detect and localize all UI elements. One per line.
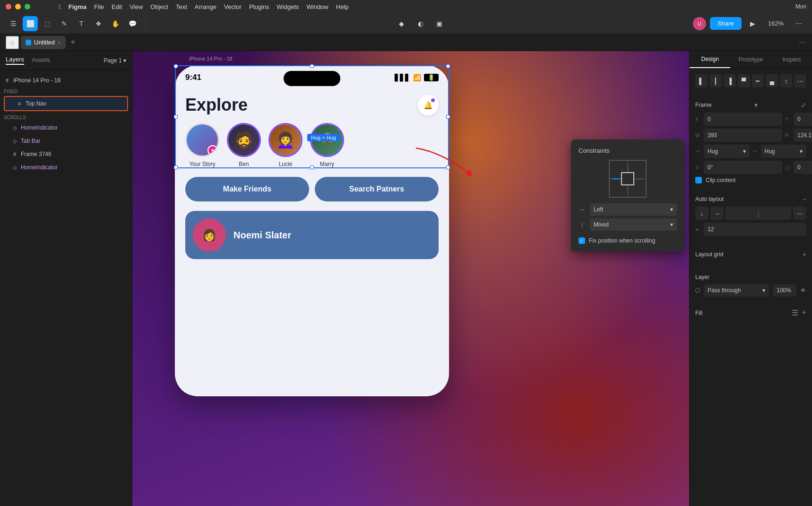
figma-menu[interactable]: Figma [69,3,86,10]
more-align-button[interactable]: ⋯ [794,74,806,87]
pencil-tool[interactable]: ✎ [57,16,72,31]
help-menu[interactable]: Help [336,3,349,10]
select-tool[interactable]: ⬜ [23,16,38,31]
plugins-menu[interactable]: Plugins [249,3,269,10]
corner-input[interactable] [794,161,812,174]
assets-icon[interactable]: ◆ [394,16,409,31]
notification-button[interactable]: 🔔 [418,95,439,115]
close-button[interactable] [6,4,11,9]
clip-content-checkbox[interactable] [695,177,702,183]
layer-home-indicator-1[interactable]: ◇ HomeIndicator [0,121,132,134]
scrolls-section-label: SCROLLS [0,114,132,121]
apple-menu[interactable]:  [59,3,61,10]
layers-tab[interactable]: Layers [6,56,24,65]
new-tab-button[interactable]: + [68,37,79,48]
home-button[interactable]: ⌂ [6,36,19,49]
auto-layout-direction-right[interactable]: → [710,207,724,220]
align-center-v-button[interactable]: ━ [752,74,764,87]
auto-layout-direction-down[interactable]: ↓ [695,207,708,220]
story-item-your-story[interactable]: + Your Story [185,123,219,167]
layer-tab-bar[interactable]: ◇ Tab Bar [0,134,132,148]
more-options-button[interactable]: ⋯ [791,16,806,31]
canvas-area[interactable]: iPhone 14 Pro - 18 9:41 ▋▋▋ 📶 🔋 Explore [132,51,689,506]
prototype-tab[interactable]: Prototype [730,51,771,68]
minimize-button[interactable] [15,4,21,9]
align-right-button[interactable]: ▐ [724,74,736,87]
layer-mode-dropdown[interactable]: Pass through ▾ [704,284,769,297]
frame-resize-icon[interactable]: ⤢ [801,101,806,109]
align-left-button[interactable]: ▌ [695,74,708,87]
story-item-ben[interactable]: 🧔 Ben [227,123,261,167]
component-tool[interactable]: ❖ [91,16,106,31]
fill-grid-icon[interactable]: ☰ [792,308,798,317]
tab-overflow-button[interactable]: ⋯ [799,38,806,47]
inspect-tab[interactable]: Inspect [771,51,812,68]
object-menu[interactable]: Object [150,3,168,10]
vertical-constraint-dropdown[interactable]: Mixed ▾ [590,218,677,231]
widgets-menu[interactable]: Widgets [277,3,299,10]
visibility-toggle[interactable]: 👁 [800,287,806,294]
w-input[interactable] [704,129,782,142]
zoom-level[interactable]: 162% [764,18,787,29]
arrange-menu[interactable]: Arrange [195,3,216,10]
maximize-button[interactable] [25,4,30,9]
fill-section: Fill ☰ + [690,303,812,323]
comment-tool[interactable]: 💬 [125,16,140,31]
auto-layout-minus[interactable]: − [803,195,806,203]
window-menu[interactable]: Window [307,3,328,10]
hug-y-dropdown[interactable]: Hug ▾ [761,145,807,158]
rotation-input[interactable] [704,161,782,174]
active-tab[interactable]: Untitled × [21,36,66,49]
frame-tool[interactable]: ⬚ [40,16,55,31]
fill-add-icon[interactable]: + [802,308,806,317]
profile-card[interactable]: 👩 Noemi Slater [185,211,439,259]
add-story-button[interactable]: + [207,145,218,156]
y-input[interactable] [794,113,812,126]
hug-x-dropdown[interactable]: Hug ▾ [704,145,750,158]
story-item-lucie[interactable]: 👩‍🦱 Lucie [268,123,302,167]
tab-close-button[interactable]: × [58,40,60,45]
move-tool[interactable]: ☰ [6,16,21,31]
file-menu[interactable]: File [94,3,104,10]
play-button[interactable]: ▶ [745,16,760,31]
page-selector[interactable]: Page 1 ▾ [104,57,126,64]
vector-menu[interactable]: Vector [224,3,242,10]
align-bottom-button[interactable]: ▄ [766,74,778,87]
edit-menu[interactable]: Edit [112,3,122,10]
panel-header: Layers Assets Page 1 ▾ [0,51,132,70]
constraint-top-line-inner [627,164,628,171]
layer-top-nav[interactable]: ≡ Top Nav [5,97,127,110]
distribute-button[interactable]: ↕ [780,74,792,87]
fix-position-checkbox[interactable]: ✓ [579,237,585,244]
text-menu[interactable]: Text [176,3,187,10]
layout-icon[interactable]: ▣ [432,16,447,31]
assets-tab[interactable]: Assets [32,56,50,64]
align-center-h-button[interactable]: ┃ [709,74,722,87]
user-avatar[interactable]: U [693,17,706,30]
spacing-input[interactable] [704,223,806,236]
layer-iphone-frame[interactable]: # iPhone 14 Pro - 18 [0,74,132,87]
layer-home-indicator-2[interactable]: ◇ HomeIndicator [0,161,132,174]
share-button[interactable]: Share [710,17,742,30]
layer-top-nav-selected[interactable]: ≡ Top Nav [4,96,128,111]
auto-layout-more[interactable]: ⋯ [793,207,806,220]
text-tool[interactable]: T [74,16,89,31]
align-top-button[interactable]: ▀ [738,74,750,87]
frame-dropdown-icon[interactable]: ▾ [754,101,758,109]
vertical-constraint-icon: ↕ [579,221,586,228]
design-tab[interactable]: Design [690,51,730,68]
layout-grid-add[interactable]: + [803,251,806,258]
story-item-marry[interactable]: 🌳 Marry [310,123,344,167]
horizontal-constraint-dropdown[interactable]: Left ▾ [590,203,677,216]
auto-layout-align-center[interactable]: ⋮ [726,207,791,220]
constraint-bottom-line-inner [627,186,628,194]
h-input[interactable] [794,129,812,142]
make-friends-button[interactable]: Make Friends [185,177,309,201]
frame-icon: # [11,151,18,157]
hand-tool[interactable]: ✋ [108,16,123,31]
layer-frame-3746[interactable]: # Frame 3746 [0,148,132,161]
layer-opacity-input[interactable]: 100% [773,284,796,297]
view-menu[interactable]: View [130,3,143,10]
dark-mode-icon[interactable]: ◐ [413,16,428,31]
x-input[interactable] [704,113,782,126]
